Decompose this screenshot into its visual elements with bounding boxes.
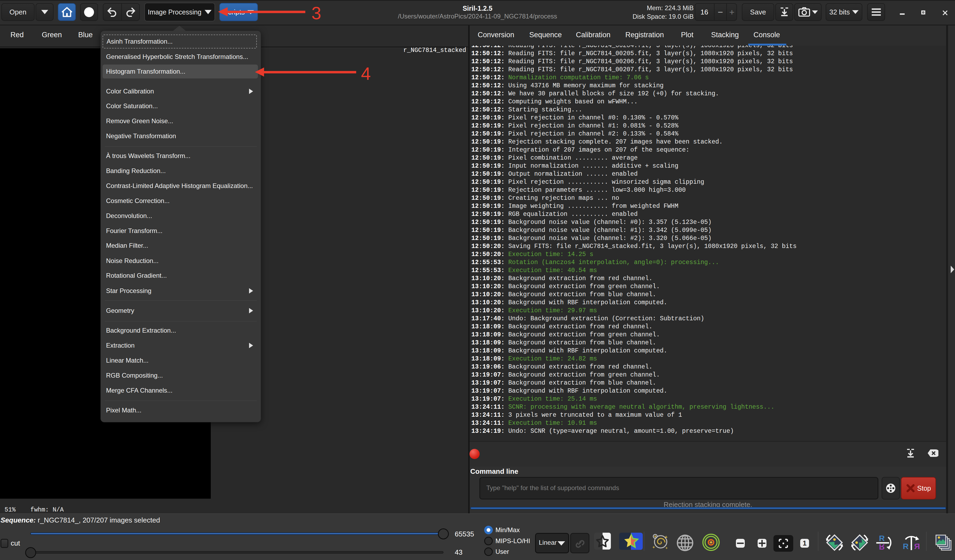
- svg-text:R: R: [879, 534, 885, 543]
- svg-text:R: R: [879, 543, 885, 551]
- svg-text:R: R: [903, 542, 909, 551]
- svg-text:R: R: [914, 542, 920, 551]
